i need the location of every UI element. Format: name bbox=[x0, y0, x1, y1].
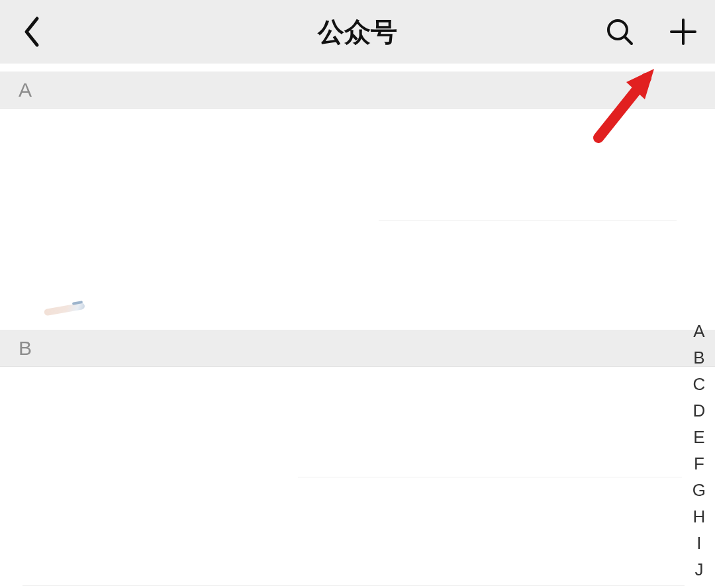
index-letter-d[interactable]: D bbox=[692, 397, 705, 424]
index-letter-g[interactable]: G bbox=[692, 477, 706, 503]
index-letter-j[interactable]: J bbox=[694, 556, 703, 583]
image-fragment bbox=[43, 299, 85, 317]
page-title: 公众号 bbox=[318, 14, 397, 50]
section-header-b: B bbox=[0, 330, 715, 367]
index-letter-f[interactable]: F bbox=[694, 450, 704, 477]
search-icon bbox=[605, 17, 634, 46]
index-letter-b[interactable]: B bbox=[693, 344, 704, 371]
plus-icon bbox=[667, 16, 699, 48]
index-letter-c[interactable]: C bbox=[692, 371, 705, 397]
section-header-a: A bbox=[0, 72, 715, 109]
chevron-left-icon bbox=[23, 16, 41, 48]
alphabet-index[interactable]: A B C D E F G H I J bbox=[692, 318, 706, 583]
index-letter-e[interactable]: E bbox=[693, 424, 704, 450]
index-letter-i[interactable]: I bbox=[696, 530, 701, 556]
list-divider bbox=[298, 477, 682, 477]
list-divider bbox=[379, 220, 677, 220]
svg-line-1 bbox=[625, 37, 632, 44]
back-button[interactable] bbox=[0, 0, 64, 64]
index-letter-a[interactable]: A bbox=[693, 318, 704, 344]
header-actions bbox=[588, 0, 715, 64]
header-bar: 公众号 bbox=[0, 0, 715, 64]
section-label: B bbox=[19, 337, 32, 360]
add-button[interactable] bbox=[651, 0, 715, 64]
index-letter-h[interactable]: H bbox=[692, 503, 705, 530]
search-button[interactable] bbox=[588, 0, 651, 64]
list-divider bbox=[23, 585, 685, 586]
section-label: A bbox=[19, 79, 32, 101]
